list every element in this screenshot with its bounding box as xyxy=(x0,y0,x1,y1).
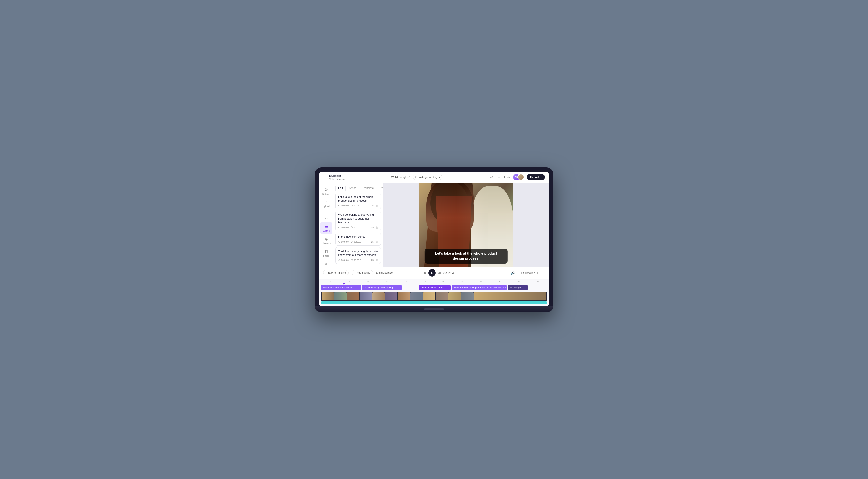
subtitle-chars-0: 25 xyxy=(371,204,374,207)
undo-button[interactable]: ↩ xyxy=(489,174,494,180)
timeline-ruler: 0 5 10 15 20 25 30 35 40 45 50 60 xyxy=(319,279,549,284)
text-icon: T xyxy=(325,212,328,217)
subtitle-icon: ☰ xyxy=(324,224,328,229)
video-thumb-5 xyxy=(385,292,397,300)
video-thumb-11 xyxy=(461,292,473,300)
fit-timeline-button[interactable]: Fit Timeline xyxy=(521,272,535,275)
skip-back-button[interactable]: ⏮ xyxy=(423,271,426,275)
sidebar-item-text[interactable]: T Text xyxy=(320,210,333,222)
ruler-mark: 20 xyxy=(396,280,415,282)
ruler-mark: 50 xyxy=(509,280,528,282)
timeline: 0 5 10 15 20 25 30 35 40 45 50 60 xyxy=(319,279,549,306)
page-title: Subtitle xyxy=(329,174,345,178)
subtitle-card-3[interactable]: You'll learn everything there is to know… xyxy=(336,247,381,264)
subtitle-text-0: Let's take a look at the whole product d… xyxy=(338,195,378,203)
subtitle-start-1: ⏱ 00:00.0 xyxy=(338,226,349,229)
tab-styles[interactable]: Styles xyxy=(346,185,359,191)
sidebar-label-filters: Filters xyxy=(323,255,329,257)
dropdown-icon: ▾ xyxy=(439,176,440,179)
delete-subtitle-1[interactable]: 🗑 xyxy=(375,226,378,229)
subtitle-end-2: ⏱ 00:03.0 xyxy=(351,241,361,243)
ruler-mark: 10 xyxy=(359,280,377,282)
skip-forward-button[interactable]: ⏭ xyxy=(438,271,441,275)
settings-icon: ⚙ xyxy=(324,187,328,192)
ruler-mark: 0 xyxy=(321,280,340,282)
tab-options[interactable]: Options xyxy=(377,185,383,191)
video-subtitle-overlay: Let's take a look at the whole product d… xyxy=(425,249,508,263)
subtitle-track-3[interactable]: You'll learn everything there is to know… xyxy=(452,285,507,290)
playhead-triangle xyxy=(342,283,345,285)
delete-subtitle-3[interactable]: 🗑 xyxy=(375,259,378,261)
subtitle-card-2[interactable]: In this new mini-series ⏱ 00:00.0 ⏱ 00:0… xyxy=(336,233,381,245)
video-track xyxy=(321,292,547,301)
sidebar-item-elements[interactable]: ◈ Elements xyxy=(320,235,333,247)
video-thumb-0 xyxy=(321,292,334,300)
video-thumb-6 xyxy=(398,292,410,300)
sidebar-item-settings[interactable]: ⚙ Settings xyxy=(320,185,333,197)
delete-subtitle-0[interactable]: 🗑 xyxy=(375,204,378,207)
filters-icon: ◧ xyxy=(324,249,328,254)
sidebar-item-filters[interactable]: ◧ Filters xyxy=(320,247,333,259)
split-subtitle-button[interactable]: ⊞ Split Subtitle xyxy=(376,272,393,274)
draw-icon: ✏ xyxy=(324,261,328,266)
back-icon: ‹ xyxy=(326,272,327,274)
sidebar-item-upload[interactable]: ↑ Upload xyxy=(320,198,333,210)
delete-subtitle-2[interactable]: 🗑 xyxy=(375,241,378,243)
tab-edit[interactable]: Edit xyxy=(336,185,346,191)
subtitle-track-4[interactable]: So, let's get ... xyxy=(508,285,528,290)
ruler-mark: 15 xyxy=(377,280,396,282)
instagram-icon: ⬡ xyxy=(415,176,417,179)
add-subtitle-button[interactable]: + Add Subtitle xyxy=(352,270,373,276)
story-label: Instagram Story xyxy=(418,176,438,179)
zoom-in-button[interactable]: + xyxy=(536,271,538,275)
story-badge[interactable]: ⬡ Instagram Story ▾ xyxy=(413,175,443,180)
subtitle-start-3: ⏱ 00:00.0 xyxy=(338,259,349,261)
video-frame: Let's take a look at the whole product d… xyxy=(419,183,514,267)
subtitle-chars-1: 25 xyxy=(371,226,374,229)
subtitle-track-2[interactable]: In this new mini-series xyxy=(418,285,451,290)
video-thumb-12 xyxy=(474,292,547,300)
subtitle-end-1: ⏱ 00:03.0 xyxy=(351,226,361,229)
subtitle-end-3: ⏱ 00:03.0 xyxy=(351,259,361,261)
export-icon: ↑ xyxy=(540,176,541,179)
ruler-mark: 5 xyxy=(340,280,359,282)
split-icon: ⊞ xyxy=(376,272,378,274)
sidebar-item-draw[interactable]: ✏ Draw xyxy=(320,259,333,267)
export-label: Export xyxy=(530,176,539,179)
video-thumb-1 xyxy=(334,292,347,300)
tab-translate[interactable]: Translate xyxy=(360,185,376,191)
time-display: 00:02:23 xyxy=(443,272,454,275)
sidebar-label-elements: Elements xyxy=(321,242,331,245)
ruler-mark: 30 xyxy=(434,280,453,282)
sidebar-label-settings: Settings xyxy=(322,193,330,195)
upload-icon: ↑ xyxy=(325,200,327,204)
video-subtitle-text: Let's take a look at the whole product d… xyxy=(429,251,504,261)
sidebar-item-subtitle[interactable]: ☰ Subtitle xyxy=(320,222,333,234)
subtitle-chars-2: 25 xyxy=(371,241,374,243)
ruler-mark: 35 xyxy=(453,280,472,282)
more-options-button[interactable]: ⋯ xyxy=(541,270,545,275)
subtitle-end-0: ⏱ 00:03.0 xyxy=(351,204,361,207)
back-to-timeline-button[interactable]: ‹ Back to Timeline xyxy=(323,270,349,276)
export-button[interactable]: Export ↑ xyxy=(527,174,545,180)
invite-button[interactable]: Invite xyxy=(504,176,510,179)
sidebar-label-text: Text xyxy=(324,217,328,220)
video-thumb-9 xyxy=(436,292,448,300)
avatar-photo xyxy=(518,174,524,181)
play-button[interactable]: ▶ xyxy=(428,269,436,277)
subtitle-start-0: ⏱ 00:00.0 xyxy=(338,204,349,207)
subtitle-text-2: In this new mini-series xyxy=(338,235,378,238)
subtitle-track-1[interactable]: We'll be looking at everything... xyxy=(362,285,402,290)
subtitle-card-0[interactable]: Let's take a look at the whole product d… xyxy=(336,193,381,210)
zoom-out-button[interactable]: − xyxy=(517,271,519,275)
video-thumb-3 xyxy=(360,292,372,300)
redo-button[interactable]: ↪ xyxy=(497,174,502,180)
video-thumb-4 xyxy=(372,292,385,300)
video-area: Let's take a look at the whole product d… xyxy=(383,183,549,267)
volume-icon[interactable]: 🔊 xyxy=(510,271,515,275)
subtitle-list: Let's take a look at the whole product d… xyxy=(334,191,383,267)
ruler-mark: 45 xyxy=(491,280,509,282)
subtitle-track-0[interactable]: Let's take a look at the whole xyxy=(321,285,361,290)
hamburger-icon[interactable]: ☰ xyxy=(323,175,326,179)
subtitle-card-1[interactable]: We'll be looking at everything from idea… xyxy=(336,211,381,231)
